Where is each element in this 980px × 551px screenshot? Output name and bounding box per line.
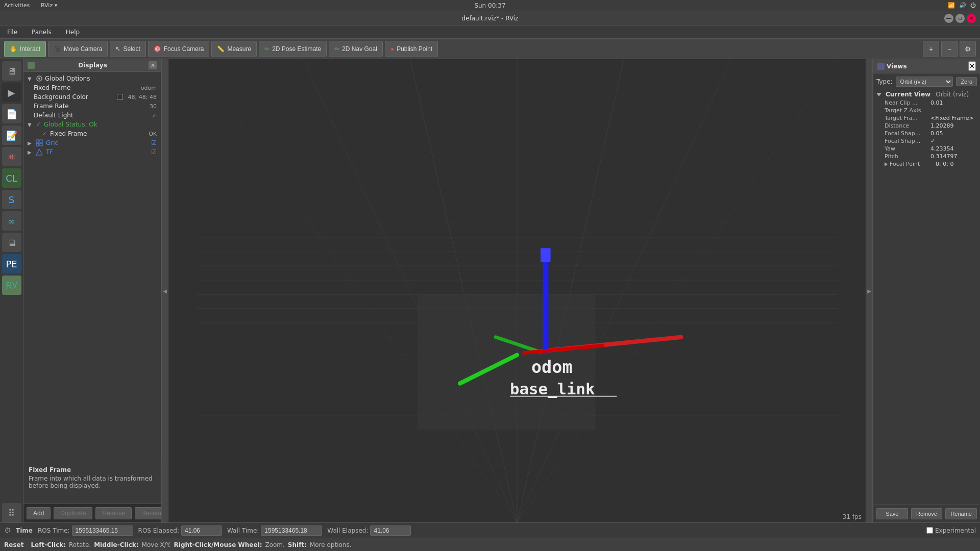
wall-time-input[interactable] [261, 525, 322, 536]
interact-button[interactable]: ✋ Interact [4, 41, 46, 57]
default-light-row[interactable]: Default Light ✓ [23, 111, 161, 120]
pose-icon: ✏ [264, 45, 270, 53]
menu-panels[interactable]: Panels [29, 28, 55, 37]
main-area: 🖥 ▶ 📄 📝 ⚛ CL S ∞ 🖥 PE RV ⠿ Displays ✕ ▼ … [0, 59, 980, 522]
settings-button[interactable]: ⚙ [960, 41, 976, 57]
dock-icon-apps[interactable]: ⠿ [2, 503, 21, 522]
dock-icon-slack[interactable]: S [2, 190, 21, 209]
time-bar: ⏱ Time ROS Time: ROS Elapsed: Wall Time:… [0, 522, 980, 538]
grid-row[interactable]: ▶ Grid ☑ [23, 138, 161, 147]
power-icon: ⏻ [970, 2, 976, 9]
move-camera-button[interactable]: 🎥 Move Camera [48, 41, 108, 57]
menu-help[interactable]: Help [63, 28, 83, 37]
menu-file[interactable]: File [4, 28, 20, 37]
dock-icon-rviz[interactable]: RV [2, 276, 21, 295]
network-icon: 📶 [948, 2, 955, 9]
views-type-label: Type: [876, 78, 893, 85]
dock-icon-pycharm[interactable]: PE [2, 254, 21, 273]
tf-checkbox[interactable]: ☑ [151, 148, 157, 156]
close-button[interactable]: ✕ [967, 14, 976, 23]
experimental-checkbox[interactable] [926, 527, 933, 534]
pitch-label: Pitch [885, 153, 930, 160]
experimental-label: Experimental [935, 527, 976, 534]
bg-color-row[interactable]: Background Color 48; 48; 48 [23, 92, 161, 102]
left-click-desc: Rotate. [69, 541, 91, 548]
system-topbar: Activities RViz ▾ Sun 00:37 📶 🔊 ⏻ [0, 0, 980, 11]
measure-button[interactable]: 📏 Measure [211, 41, 257, 57]
frame-rate-row[interactable]: Frame Rate 30 [23, 102, 161, 111]
focal-shap1-row: Focal Shap... 0.05 [876, 130, 977, 137]
focal-shap2-row: Focal Shap... ✓ [876, 137, 977, 145]
fixed-frame-row[interactable]: Fixed Frame odom [23, 83, 161, 92]
volume-icon: 🔊 [959, 2, 966, 9]
left-collapse-handle[interactable]: ◀ [161, 59, 168, 522]
focal-point-value: 0; 0; 0 [936, 161, 953, 167]
dock-icon-screen[interactable]: 🖥 [2, 233, 21, 252]
focus-camera-button[interactable]: 🎯 Focus Camera [148, 41, 210, 57]
focal-shap2-value: ✓ [930, 138, 935, 144]
global-status-row[interactable]: ▼ ✓ Global Status: Ok [23, 120, 161, 129]
expand-status-icon: ▼ [28, 122, 34, 128]
svg-text:base_link: base_link [510, 380, 595, 398]
middle-click-desc: Move X/Y. [142, 541, 171, 548]
ros-elapsed-input[interactable] [181, 525, 222, 536]
ros-time-input[interactable] [72, 525, 133, 536]
wall-elapsed-input[interactable] [370, 525, 411, 536]
duplicate-display-button[interactable]: Duplicate [54, 507, 92, 519]
expand-global-icon: ▼ [28, 76, 34, 82]
window-titlebar: default.rviz* - RViz — □ ✕ [0, 11, 980, 26]
rviz-indicator[interactable]: RViz ▾ [41, 2, 57, 9]
target-frame-row: Target Fra... <Fixed Frame> [876, 114, 977, 122]
dock-icon-files[interactable]: 📄 [2, 104, 21, 123]
3d-viewport[interactable]: odom base_link 31 fps [168, 59, 866, 522]
wall-time-label: Wall Time: [227, 527, 259, 534]
dock-icon-clion[interactable]: CL [2, 168, 21, 188]
distance-label: Distance [885, 122, 930, 129]
views-type-select[interactable]: Orbit (rviz) [896, 77, 953, 87]
description-text: Frame into which all data is transformed… [29, 475, 156, 489]
global-status-label: Global Status: Ok [44, 121, 157, 128]
current-view-section: Current View Orbit (rviz) Near Clip ... … [876, 90, 977, 168]
maximize-button[interactable]: □ [955, 14, 965, 23]
dock-icon-terminal[interactable]: ▶ [2, 83, 21, 102]
remove-display-button[interactable]: Remove [95, 507, 132, 519]
fixed-frame-status-row[interactable]: ✓ Fixed Frame OK [23, 129, 161, 138]
views-zero-button[interactable]: Zero [956, 77, 977, 86]
views-title: Views [887, 63, 907, 70]
publish-point-button[interactable]: ● Publish Point [385, 41, 438, 57]
zoom-out-button[interactable]: − [941, 41, 958, 57]
views-remove-button[interactable]: Remove [911, 508, 943, 519]
dock-icon-arduino[interactable]: ∞ [2, 211, 21, 231]
views-save-button[interactable]: Save [876, 508, 908, 519]
pose-estimate-button[interactable]: ✏ 2D Pose Estimate [259, 41, 327, 57]
activities-label[interactable]: Activities [4, 2, 30, 9]
wall-elapsed-label: Wall Elapsed: [327, 527, 368, 534]
dock-icon-atom[interactable]: ⚛ [2, 147, 21, 166]
current-view-header: Current View Orbit (rviz) [876, 90, 977, 99]
views-close-btn[interactable]: ✕ [968, 61, 976, 71]
grid-checkbox[interactable]: ☑ [151, 139, 157, 146]
views-rename-button[interactable]: Rename [945, 508, 977, 519]
description-title: Fixed Frame [29, 466, 156, 473]
svg-text:odom: odom [531, 357, 573, 377]
frame-rate-value: 30 [150, 103, 157, 110]
left-click-key: Left-Click: [31, 541, 66, 548]
displays-panel: Displays ✕ ▼ Global Options Fixed Frame … [23, 59, 161, 463]
minimize-button[interactable]: — [944, 14, 953, 23]
fixed-frame-value: odom [141, 85, 157, 91]
displays-close-btn[interactable]: ✕ [149, 61, 157, 69]
pitch-value: 0.314797 [930, 153, 958, 160]
global-options-row[interactable]: ▼ Global Options [23, 74, 161, 83]
nav-goal-button[interactable]: ✏ 2D Nav Goal [329, 41, 383, 57]
tf-row[interactable]: ▶ TF ☑ [23, 147, 161, 157]
zoom-in-button[interactable]: + [923, 41, 939, 57]
dock-icon-text[interactable]: 📝 [2, 126, 21, 145]
yaw-label: Yaw [885, 145, 930, 152]
dock-icon-1[interactable]: 🖥 [2, 61, 21, 81]
svg-rect-3 [40, 140, 42, 142]
add-display-button[interactable]: Add [27, 507, 51, 519]
right-collapse-handle[interactable]: ▶ [866, 59, 873, 522]
reset-button[interactable]: Reset [4, 541, 23, 548]
select-button[interactable]: ↖ Select [110, 41, 145, 57]
window-controls: — □ ✕ [944, 14, 976, 23]
